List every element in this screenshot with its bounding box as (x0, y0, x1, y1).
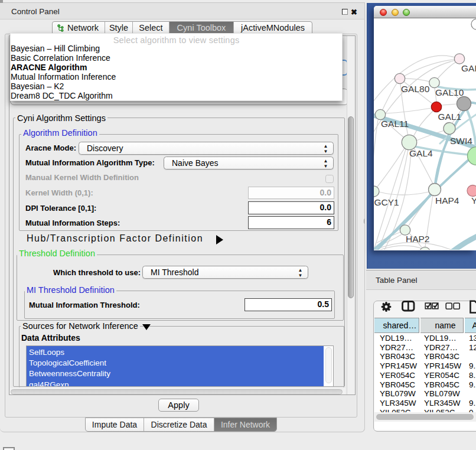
svg-text:GAL2: GAL2 (461, 63, 476, 73)
svg-text:HAP2: HAP2 (406, 234, 430, 244)
svg-text:GAL80: GAL80 (401, 84, 430, 94)
svg-text:HAP4: HAP4 (435, 195, 459, 206)
svg-text:SWI4: SWI4 (450, 136, 472, 146)
svg-text:GCY1: GCY1 (374, 197, 399, 207)
svg-text:GAL10: GAL10 (435, 87, 464, 97)
svg-text:GAL11: GAL11 (381, 119, 409, 129)
svg-text:YJL21: YJL21 (471, 195, 476, 206)
svg-text:GAL4: GAL4 (409, 148, 433, 158)
svg-text:GAL1: GAL1 (438, 112, 462, 122)
